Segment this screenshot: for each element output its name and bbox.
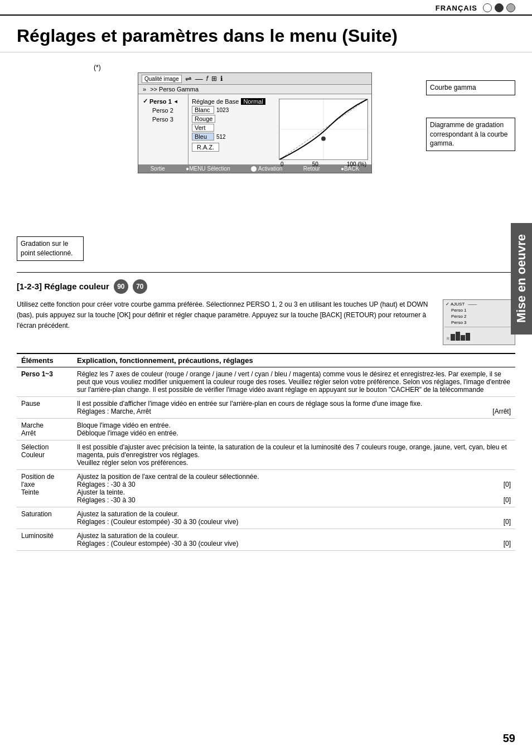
circle-3 (506, 3, 515, 12)
diagram-section: Gradation sur le point sélectionné. (*) … (17, 64, 515, 261)
row-desc: Ajustez la saturation de la couleur.Régl… (72, 507, 515, 529)
icon-minus: — (195, 74, 203, 83)
row-desc: Il est possible d'afficher l'image vidéo… (72, 396, 515, 418)
language-circles (483, 3, 515, 12)
circle-2 (495, 3, 504, 12)
asterisk-note: (*) (94, 64, 101, 71)
perso-2-item[interactable]: Perso 2 (138, 106, 188, 115)
col1-header: Éléments (17, 353, 72, 367)
section-description: Utilisez cette fonction pour créer votre… (17, 299, 515, 345)
small-screen-mockup: ✓ AJUST —— Perso 1 Perso 2 Perso 3 R (443, 299, 515, 345)
table-row: SaturationAjustez la saturation de la co… (17, 507, 515, 529)
row-label: Saturation (17, 507, 72, 529)
gamma-chart: 0 50 100 (%) (279, 99, 368, 160)
icon-f: f (206, 75, 208, 83)
menu-body: ✓ Perso 1 ◄ Perso 2 Perso 3 (138, 94, 371, 164)
chart-labels: 0 50 100 (%) (279, 161, 367, 167)
triangle-icon: ◄ (173, 99, 178, 104)
perso-3-item[interactable]: Perso 3 (138, 115, 188, 124)
table-row: MarcheArrêtBloque l'image vidéo en entré… (17, 418, 515, 440)
row-desc: Ajustez la position de l'axe central de … (72, 469, 515, 507)
reglage-base-row: Réglage de Base Normal (188, 98, 275, 105)
perso-list: ✓ Perso 1 ◄ Perso 2 Perso 3 (138, 94, 188, 164)
sidebar-mise-en-oeuvre: Mise en oeuvre (511, 223, 532, 335)
diagram-right-labels: Courbe gamma Diagramme de gradation corr… (426, 80, 515, 151)
vert-row: Vert (188, 123, 275, 132)
badge-70: 70 (133, 279, 147, 294)
table-row: PauseIl est possible d'afficher l'image … (17, 396, 515, 418)
icon-info: ℹ (220, 75, 223, 83)
perso-gamma-label: » >> Perso Gamma (138, 85, 371, 94)
row-desc: Ajustez la saturation de la couleur.Régl… (72, 529, 515, 550)
section-desc-text: Utilisez cette fonction pour créer votre… (17, 299, 432, 345)
row-label: Pause (17, 396, 72, 418)
sortie-item: Sortie (151, 166, 165, 172)
raz-row: R.A.Z. (188, 141, 275, 153)
section-title: [1-2-3] Réglage couleur (17, 282, 109, 291)
row-label: Perso 1~3 (17, 367, 72, 396)
row-desc: Bloque l'image vidéo en entrée.Débloque … (72, 418, 515, 440)
row-label: Luminosité (17, 529, 72, 550)
diagramme-label: Diagramme de gradation correspondant à l… (426, 118, 515, 151)
row-desc: Réglez les 7 axes de couleur (rouge / or… (72, 367, 515, 396)
qualite-image-label: Qualité image (142, 75, 182, 83)
menu-item-bar: ●MENU Sélection (186, 166, 230, 172)
table-row: Position del'axeTeinte Ajustez la positi… (17, 469, 515, 507)
section-title-bar: [1-2-3] Réglage couleur 90 70 (17, 272, 515, 294)
color-section: Réglage de Base Normal Blanc 1023 Rouge (188, 96, 275, 162)
icon-arrow: ⇌ (185, 74, 192, 83)
row-label: MarcheArrêt (17, 418, 72, 440)
table-row: Perso 1~3Réglez les 7 axes de couleur (r… (17, 367, 515, 396)
settings-table: Éléments Explication, fonctionnement, pr… (17, 353, 515, 551)
circle-1 (483, 3, 492, 12)
row-label: Position del'axeTeinte (17, 469, 72, 507)
content-area: Gradation sur le point sélectionné. (*) … (0, 52, 532, 556)
row-desc: Il est possible d'ajuster avec précision… (72, 440, 515, 469)
diagram-center: (*) Qualité image ⇌ — f ⊞ ℹ » >> Perso G… (88, 64, 422, 173)
table-row: LuminositéAjustez la saturation de la co… (17, 529, 515, 550)
dot-activation (251, 166, 257, 172)
activation-item: Activation (251, 166, 282, 172)
page-number: 59 (503, 732, 515, 745)
page-title: Réglages et paramètres dans le menu (Sui… (0, 16, 532, 52)
language-label: FRANÇAIS (436, 4, 477, 12)
raz-button[interactable]: R.A.Z. (192, 143, 219, 152)
svg-point-7 (321, 137, 326, 141)
table-row: SélectionCouleurIl est possible d'ajuste… (17, 440, 515, 469)
menu-mockup: Qualité image ⇌ — f ⊞ ℹ » >> Perso Gamma (138, 72, 372, 173)
blanc-row: Blanc 1023 (188, 105, 275, 114)
menu-right: Réglage de Base Normal Blanc 1023 Rouge (188, 94, 371, 164)
header: FRANÇAIS (0, 0, 532, 16)
gradation-label: Gradation sur le point sélectionné. (17, 236, 84, 261)
courbe-gamma-label: Courbe gamma (426, 80, 515, 95)
badge-90: 90 (114, 279, 128, 294)
rouge-row: Rouge (188, 114, 275, 123)
col2-header: Explication, fonctionnement, précautions… (72, 353, 515, 367)
row-label: SélectionCouleur (17, 440, 72, 469)
bleu-row: Bleu 512 (188, 132, 275, 141)
icon-grid: ⊞ (211, 75, 217, 83)
menu-top-bar: Qualité image ⇌ — f ⊞ ℹ (138, 73, 371, 85)
perso-1-item[interactable]: ✓ Perso 1 ◄ (138, 96, 188, 106)
